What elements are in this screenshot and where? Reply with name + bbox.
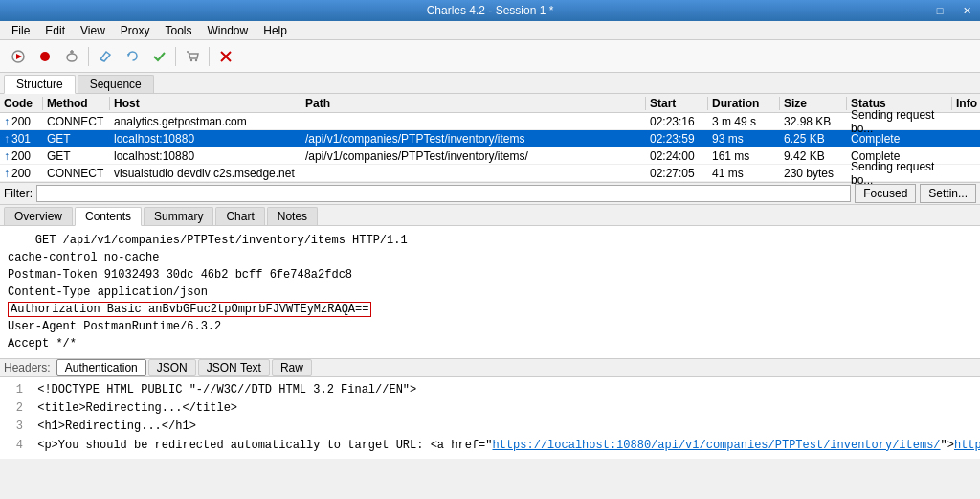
toolbar-cart-button[interactable] xyxy=(180,44,205,69)
close-button[interactable]: ✕ xyxy=(953,0,980,21)
cell-size: 9.42 KB xyxy=(780,149,847,163)
line-text: <title>Redirecting...</title> xyxy=(37,401,237,415)
menu-bar: File Edit View Proxy Tools Window Help xyxy=(0,21,980,40)
toolbar-separator-2 xyxy=(175,47,176,66)
header-postman-token: Postman-Token 91032493 30dc 46b2 bcff 6f… xyxy=(8,266,972,284)
menu-file[interactable]: File xyxy=(4,22,37,39)
content-tabs: Overview Contents Summary Chart Notes xyxy=(0,205,980,226)
sub-tab-json[interactable]: JSON xyxy=(148,359,196,376)
cell-host: localhost:10880 xyxy=(110,132,301,146)
tab-chart[interactable]: Chart xyxy=(215,207,264,225)
tab-contents[interactable]: Contents xyxy=(75,207,142,226)
col-header-host: Host xyxy=(110,97,301,110)
tab-structure[interactable]: Structure xyxy=(4,75,76,94)
toolbar-check-button[interactable] xyxy=(146,44,171,69)
table-row[interactable]: ↑200 CONNECT visualstudio devdiv c2s.mse… xyxy=(0,165,980,182)
header-value: PostmanRuntime/6.3.2 xyxy=(83,320,221,333)
cell-duration: 3 m 49 s xyxy=(708,115,780,128)
menu-tools[interactable]: Tools xyxy=(158,22,200,39)
col-header-info: Info xyxy=(952,97,980,110)
request-line-text: GET /api/v1/companies/PTPTest/inventory/… xyxy=(8,234,408,247)
body-line: 1 <!DOCTYPE HTML PUBLIC "-//W3C//DTD HTM… xyxy=(8,381,972,399)
cell-host: analytics.getpostman.com xyxy=(110,115,301,128)
maximize-button[interactable]: □ xyxy=(926,0,953,21)
up-arrow: ↑ xyxy=(4,167,10,180)
cell-path: /api/v1/companies/PTPTest/inventory/item… xyxy=(301,132,646,146)
svg-point-8 xyxy=(190,58,192,60)
cell-size: 32.98 KB xyxy=(780,115,847,128)
link-text: https://localhost:10880/api/v1/companies… xyxy=(492,439,940,452)
toolbar-record-button[interactable] xyxy=(33,44,57,69)
tab-sequence[interactable]: Sequence xyxy=(78,75,154,93)
col-header-path: Path xyxy=(301,97,646,110)
title-bar-controls: − □ ✕ xyxy=(900,0,980,21)
focused-button[interactable]: Focused xyxy=(855,184,916,203)
tab-overview[interactable]: Overview xyxy=(4,207,73,225)
table-body: ↑200 CONNECT analytics.getpostman.com 02… xyxy=(0,113,980,182)
title-text: Charles 4.2 - Session 1 * xyxy=(427,4,554,17)
header-value: no-cache xyxy=(104,251,160,264)
body-line: 3 <h1>Redirecting...</h1> xyxy=(8,418,972,436)
toolbar-clear-button[interactable] xyxy=(59,44,84,69)
menu-window[interactable]: Window xyxy=(200,22,256,39)
cell-start: 02:27:05 xyxy=(646,167,708,180)
header-value: */* xyxy=(56,337,77,351)
body-line: 2 <title>Redirecting...</title> xyxy=(8,399,972,418)
cell-host: visualstudio devdiv c2s.msedge.net xyxy=(110,167,301,180)
svg-point-3 xyxy=(67,54,77,61)
header-key: User-Agent xyxy=(8,320,83,333)
auth-highlight: Authorization Basic anBvbGFuc2tpOmprbFJV… xyxy=(8,302,371,317)
menu-edit[interactable]: Edit xyxy=(37,22,73,39)
table-row[interactable]: ↑301 GET localhost:10880 /api/v1/compani… xyxy=(0,130,980,147)
title-bar: Charles 4.2 - Session 1 * − □ ✕ xyxy=(0,0,980,21)
toolbar-x-button[interactable] xyxy=(213,44,238,69)
cell-status: Sending request bo... xyxy=(847,108,952,135)
line-num: 1 xyxy=(8,381,23,399)
minimize-button[interactable]: − xyxy=(900,0,926,21)
cell-size: 230 bytes xyxy=(780,167,847,180)
line-text: <h1>Redirecting...</h1> xyxy=(37,420,196,433)
cell-host: localhost:10880 xyxy=(110,149,301,163)
header-key: Content-Type xyxy=(8,285,98,299)
cell-method: GET xyxy=(43,132,110,146)
filter-input[interactable] xyxy=(36,185,851,202)
menu-help[interactable]: Help xyxy=(256,22,295,39)
toolbar-start-button[interactable] xyxy=(6,44,31,69)
table-header: Code Method Host Path Start Duration Siz… xyxy=(0,94,980,113)
col-header-start: Start xyxy=(646,97,708,110)
line-num: 2 xyxy=(8,399,23,418)
toolbar-separator-1 xyxy=(88,47,89,66)
settings-button[interactable]: Settin... xyxy=(920,184,976,203)
table-row[interactable]: ↑200 CONNECT analytics.getpostman.com 02… xyxy=(0,113,980,130)
body-line: 4 <p>You should be redirected automatica… xyxy=(8,437,972,455)
toolbar-refresh-button[interactable] xyxy=(120,44,145,69)
svg-point-9 xyxy=(195,58,197,60)
request-line: GET /api/v1/companies/PTPTest/inventory/… xyxy=(8,232,972,249)
cell-start: 02:23:16 xyxy=(646,115,708,128)
menu-proxy[interactable]: Proxy xyxy=(113,22,158,39)
header-accept: Accept */* xyxy=(8,335,972,352)
col-header-code: Code xyxy=(0,97,43,110)
tab-summary[interactable]: Summary xyxy=(144,207,213,225)
tab-notes[interactable]: Notes xyxy=(267,207,318,225)
sub-tab-authentication[interactable]: Authentication xyxy=(56,359,146,376)
cell-start: 02:23:59 xyxy=(646,132,708,146)
cell-duration: 93 ms xyxy=(708,132,780,146)
view-tabs: Structure Sequence xyxy=(0,73,980,94)
cell-code: ↑200 xyxy=(0,167,43,180)
header-value: 91032493 30dc 46b2 bcff 6fe748a2fdc8 xyxy=(104,268,352,282)
body-area: 1 <!DOCTYPE HTML PUBLIC "-//W3C//DTD HTM… xyxy=(0,377,980,459)
svg-point-2 xyxy=(40,52,50,61)
cell-path: /api/v1/companies/PTPTest/inventory/item… xyxy=(301,149,646,163)
toolbar-pen-button[interactable] xyxy=(93,44,118,69)
cell-method: CONNECT xyxy=(43,167,110,180)
sub-tab-raw[interactable]: Raw xyxy=(272,359,312,376)
menu-view[interactable]: View xyxy=(73,22,113,39)
up-arrow: ↑ xyxy=(4,132,10,146)
table-row[interactable]: ↑200 GET localhost:10880 /api/v1/compani… xyxy=(0,147,980,165)
up-arrow: ↑ xyxy=(4,149,10,163)
cell-status: Sending request bo... xyxy=(847,160,952,187)
header-authorization: Authorization Basic anBvbGFuc2tpOmprbFJV… xyxy=(8,301,972,318)
sub-tab-json-text[interactable]: JSON Text xyxy=(198,359,270,376)
toolbar xyxy=(0,40,980,73)
